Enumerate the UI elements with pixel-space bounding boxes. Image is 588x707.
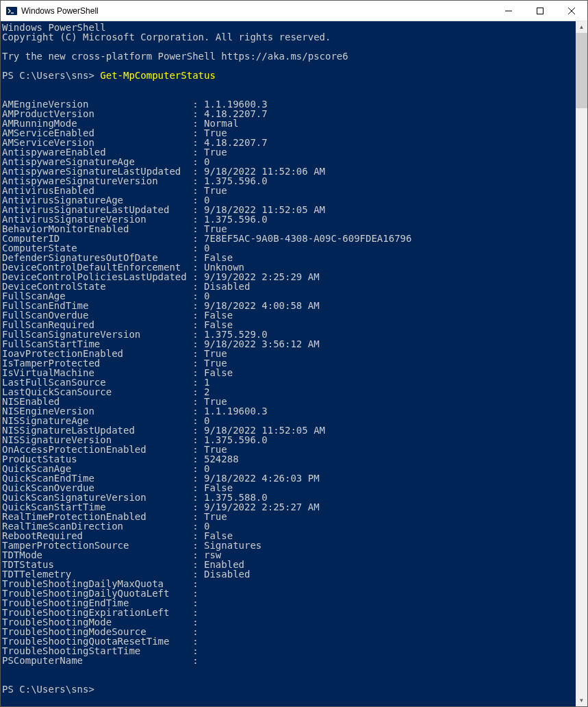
output-rows: AMEngineVersion : 1.1.19600.3 AMProductV… bbox=[2, 99, 411, 666]
minimize-button[interactable] bbox=[493, 1, 524, 21]
scroll-thumb[interactable] bbox=[576, 33, 587, 108]
powershell-icon bbox=[6, 5, 17, 16]
prompt-prefix: PS C:\Users\sns> bbox=[2, 70, 100, 81]
window-controls bbox=[493, 1, 587, 21]
svg-rect-3 bbox=[537, 8, 544, 14]
window-titlebar[interactable]: Windows PowerShell bbox=[1, 1, 587, 21]
terminal-output[interactable]: Windows PowerShell Copyright (C) Microso… bbox=[1, 21, 576, 706]
prompt-command: Get-MpComputerStatus bbox=[100, 70, 216, 81]
scroll-up-arrow[interactable]: ▲ bbox=[576, 21, 587, 33]
window-title: Windows PowerShell bbox=[21, 6, 493, 16]
scroll-down-arrow[interactable]: ▼ bbox=[576, 695, 587, 706]
svg-rect-0 bbox=[6, 7, 17, 15]
header-line2: Copyright (C) Microsoft Corporation. All… bbox=[2, 32, 331, 42]
vertical-scrollbar[interactable]: ▲ ▼ bbox=[576, 21, 587, 706]
header-tip: Try the new cross-platform PowerShell ht… bbox=[2, 51, 348, 62]
close-button[interactable] bbox=[556, 1, 587, 21]
maximize-button[interactable] bbox=[524, 1, 556, 21]
prompt2-prefix: PS C:\Users\sns> bbox=[2, 684, 100, 695]
